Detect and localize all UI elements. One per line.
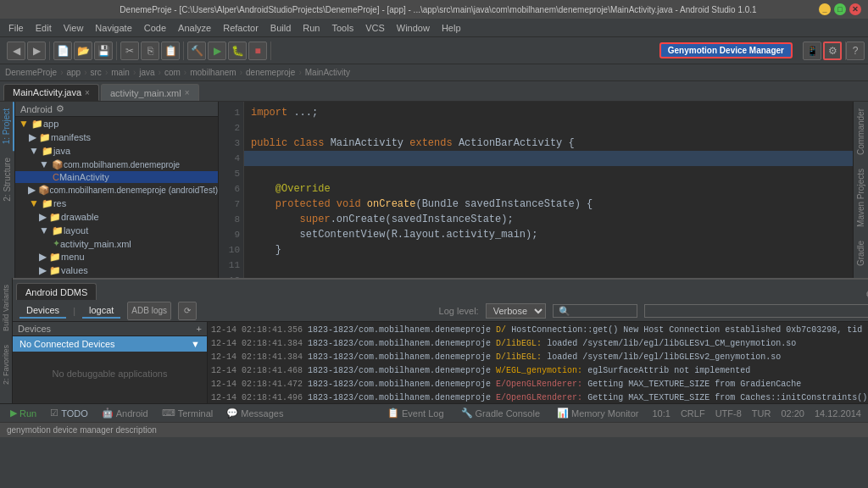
- right-tab-gradle[interactable]: Gradle: [854, 234, 867, 273]
- run-status-btn[interactable]: ▶ Run: [7, 407, 40, 419]
- tree-item-app[interactable]: ▼ 📁 app: [15, 117, 218, 130]
- tab-activity-main-xml[interactable]: activity_main.xml ×: [101, 84, 199, 101]
- close-button[interactable]: ✕: [849, 3, 861, 15]
- left-tab-favorites[interactable]: 2: Favorites: [0, 338, 12, 391]
- menu-analyze[interactable]: Analyze: [173, 21, 216, 35]
- menu-file[interactable]: File: [3, 21, 29, 35]
- log-line-4: 12-14 02:18:41.468 1823-1823/com.mobilha…: [211, 364, 868, 378]
- run-toolbar-button[interactable]: ▶: [208, 42, 226, 60]
- tree-item-layout[interactable]: ▼ 📁 layout: [15, 224, 218, 237]
- paste-button[interactable]: 📋: [161, 42, 180, 60]
- tree-item-manifests[interactable]: ▶ 📁 manifests: [15, 130, 218, 144]
- tab-activity-main-xml-close[interactable]: ×: [185, 88, 190, 97]
- messages-status-btn[interactable]: 💬 Messages: [223, 407, 287, 419]
- left-tab-structure[interactable]: 2: Structure: [1, 151, 14, 208]
- gradle-console-btn[interactable]: 🔧 Gradle Console: [458, 407, 543, 419]
- right-tab-commander[interactable]: Commander: [854, 102, 867, 162]
- open-button[interactable]: 📂: [74, 42, 92, 60]
- breadcrumb-item-src[interactable]: src: [91, 68, 102, 77]
- breadcrumb-sep-4: ›: [133, 68, 136, 77]
- breadcrumb-item-main[interactable]: main: [111, 68, 130, 77]
- tree-item-package-main[interactable]: ▼ 📦 com.mobilhanem.denemeproje: [15, 158, 218, 171]
- todo-status-btn[interactable]: ☑ TODO: [47, 407, 92, 419]
- tree-item-mainactivity[interactable]: C MainActivity: [15, 171, 218, 183]
- menu-code[interactable]: Code: [139, 21, 171, 35]
- tree-item-menu[interactable]: ▶ 📁 menu: [15, 250, 218, 263]
- breadcrumb-item-project[interactable]: DenemeProje: [5, 68, 57, 77]
- gradle-console-label: Gradle Console: [476, 408, 540, 419]
- terminal-icon: ⌨: [162, 408, 175, 419]
- help-icon-button[interactable]: ?: [846, 42, 865, 60]
- cut-button[interactable]: ✂: [120, 42, 139, 60]
- sub-tab-devices[interactable]: Devices: [19, 303, 66, 319]
- bottom-panel-settings[interactable]: ⚙ ✕: [862, 289, 868, 300]
- breadcrumb-item-java[interactable]: java: [139, 68, 154, 77]
- build-button[interactable]: 🔨: [187, 42, 206, 60]
- new-button[interactable]: 📄: [53, 42, 72, 60]
- tree-item-res[interactable]: ▼ 📁 res: [15, 197, 218, 210]
- tree-item-package-test[interactable]: ▶ 📦 com.mobilhanem.denemeproje (androidT…: [15, 183, 218, 197]
- debug-button[interactable]: 🐛: [228, 42, 247, 60]
- back-button[interactable]: ◀: [7, 42, 25, 60]
- menu-edit[interactable]: Edit: [31, 21, 57, 35]
- menu-refactor[interactable]: Refactor: [218, 21, 264, 35]
- breadcrumb-item-denemeproje[interactable]: denemeproje: [246, 68, 295, 77]
- maximize-button[interactable]: □: [834, 3, 846, 15]
- tree-label-values: values: [61, 265, 88, 275]
- save-button[interactable]: 💾: [94, 42, 113, 60]
- android-status-btn[interactable]: 🤖 Android: [98, 407, 152, 419]
- tab-mainactivity[interactable]: MainActivity.java ×: [3, 84, 99, 101]
- menu-view[interactable]: View: [58, 21, 89, 35]
- devices-add-icon[interactable]: +: [197, 324, 202, 334]
- code-editor[interactable]: 1 2 3 4 5 6 7 8 9 10 11 12 13 14 15 16 1…: [219, 102, 853, 278]
- left-tab-project[interactable]: 1: Project: [0, 102, 14, 151]
- log-level-select[interactable]: Verbose Debug Info Warn Error: [486, 303, 546, 319]
- app-filter-input[interactable]: app: com.mobilhanem.denemeproje: [644, 304, 868, 318]
- tab-mainactivity-close[interactable]: ×: [85, 88, 90, 97]
- status-right: 📋 Event Log 🔧 Gradle Console 📊 Memory Mo…: [384, 407, 861, 419]
- breadcrumb-item-mobilhanem[interactable]: mobilhanem: [190, 68, 236, 77]
- device-dropdown-icon[interactable]: ▼: [191, 339, 200, 349]
- tree-item-values[interactable]: ▶ 📁 values: [15, 263, 218, 277]
- menu-run[interactable]: Run: [298, 21, 325, 35]
- genymotion-badge[interactable]: Genymotion Device Manager: [659, 42, 793, 58]
- terminal-status-btn[interactable]: ⌨ Terminal: [159, 407, 217, 419]
- left-tab-build-variants[interactable]: Build Variants: [0, 278, 12, 338]
- log-line-3: 12-14 02:18:41.384 1823-1823/com.mobilha…: [211, 351, 868, 364]
- tab-mainactivity-label: MainActivity.java: [13, 87, 81, 97]
- sub-tab-logcat[interactable]: logcat: [82, 303, 120, 319]
- menu-window[interactable]: Window: [392, 21, 435, 35]
- event-log-btn[interactable]: 📋 Event Log: [384, 407, 448, 419]
- memory-monitor-btn[interactable]: 📊 Memory Monitor: [554, 407, 642, 419]
- adb-logs-btn[interactable]: ADB logs: [127, 302, 171, 320]
- tree-item-drawable[interactable]: ▶ 📁 drawable: [15, 210, 218, 224]
- minimize-button[interactable]: _: [819, 3, 831, 15]
- gear-icon[interactable]: ⚙: [56, 103, 64, 114]
- tree-item-activity-main-xml[interactable]: ✦ activity_main.xml: [15, 237, 218, 250]
- run-icon: ▶: [10, 408, 17, 419]
- breadcrumb-item-app[interactable]: app: [67, 68, 81, 77]
- devices-title: Devices: [18, 324, 51, 334]
- window-controls[interactable]: _ □ ✕: [819, 3, 861, 15]
- breadcrumb-item-com[interactable]: com: [164, 68, 181, 77]
- genymotion-settings-button[interactable]: ⚙: [823, 42, 842, 60]
- menu-build[interactable]: Build: [265, 21, 296, 35]
- logcat-search-input[interactable]: [553, 304, 637, 318]
- copy-button[interactable]: ⎘: [141, 42, 159, 60]
- genymotion-devices-button[interactable]: 📱: [803, 42, 821, 60]
- forward-button[interactable]: ▶: [27, 42, 46, 60]
- breadcrumb-item-mainactivity[interactable]: MainActivity: [305, 68, 350, 77]
- menu-tools[interactable]: Tools: [326, 21, 359, 35]
- menu-navigate[interactable]: Navigate: [90, 21, 136, 35]
- menu-vcs[interactable]: VCS: [360, 21, 390, 35]
- logcat-panel[interactable]: 12-14 02:18:41.356 1823-1823/com.mobilha…: [208, 322, 868, 403]
- bottom-tab-android-ddms[interactable]: Android DDMS: [16, 283, 97, 300]
- menu-help[interactable]: Help: [437, 21, 466, 35]
- tree-item-java[interactable]: ▼ 📁 java: [15, 144, 218, 158]
- refresh-btn[interactable]: ⟳: [178, 302, 197, 320]
- code-area[interactable]: import ...; public class MainActivity ex…: [244, 102, 853, 278]
- stop-button[interactable]: ■: [248, 42, 267, 60]
- right-tab-maven[interactable]: Maven Projects: [854, 162, 867, 234]
- bottom-left-tabs: Build Variants 2: Favorites: [0, 278, 13, 403]
- package-icon-main: ▼: [39, 158, 49, 170]
